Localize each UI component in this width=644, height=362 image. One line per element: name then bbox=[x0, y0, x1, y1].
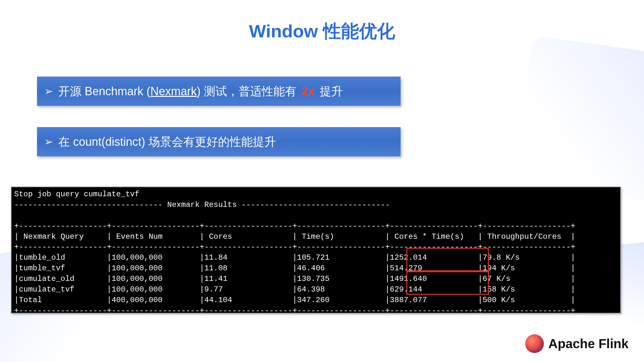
nexmark-link[interactable]: Nexmark bbox=[150, 85, 197, 98]
slide-title: Window 性能优化 bbox=[0, 19, 644, 44]
footer-brand-text: Apache Flink bbox=[548, 337, 629, 351]
bullet-1-2x: 2x bbox=[302, 85, 315, 98]
terminal-panel: Stop job query cumulate_tvf ------------… bbox=[11, 187, 621, 313]
bullet-2-text: 在 count(distinct) 场景会有更好的性能提升 bbox=[58, 135, 276, 149]
bullet-2: ➢ 在 count(distinct) 场景会有更好的性能提升 bbox=[37, 127, 401, 156]
flink-logo-icon bbox=[525, 334, 544, 353]
terminal-stop-line: Stop job query cumulate_tvf bbox=[14, 190, 139, 199]
bullet-1: ➢ 开源 Benchmark (Nexmark) 测试，普适性能有 2x 提升 bbox=[37, 77, 401, 106]
bullet-1-text: 开源 Benchmark (Nexmark) 测试，普适性能有 2x 提升 bbox=[58, 84, 343, 98]
terminal-row-tumble-tvf: |tumble_tvf |100,000,000 |11.08 |46.406 … bbox=[14, 264, 575, 273]
terminal-row-cumulate-tvf: |cumulate_tvf |100,000,000 |9.77 |64.398… bbox=[14, 285, 575, 294]
terminal-hrule: +-------------------+-------------------… bbox=[14, 222, 575, 230]
terminal-output: Stop job query cumulate_tvf ------------… bbox=[12, 187, 620, 313]
footer-brand: Apache Flink bbox=[525, 334, 629, 353]
terminal-results-divider: -------------------------------- Nexmark… bbox=[14, 200, 390, 209]
terminal-hrule: +-------------------+-------------------… bbox=[14, 243, 575, 251]
bullet-1-prefix: 开源 Benchmark ( bbox=[58, 85, 150, 98]
decoration-top-right bbox=[512, 35, 644, 203]
bullet-arrow-icon: ➢ bbox=[44, 135, 53, 148]
terminal-row-total: |Total |400,000,000 |44.104 |347.260 |38… bbox=[14, 296, 575, 304]
slide: Window 性能优化 ➢ 开源 Benchmark (Nexmark) 测试，… bbox=[0, 0, 644, 362]
bullet-1-suffix: 提升 bbox=[317, 85, 343, 98]
terminal-row-tumble-old: |tumble_old |100,000,000 |11.84 |105.721… bbox=[14, 253, 575, 262]
terminal-header-row: | Nexmark Query | Events Num | Cores | T… bbox=[14, 232, 575, 241]
terminal-row-cumulate-old: |cumulate_old |100,000,000 |11.41 |130.7… bbox=[14, 274, 575, 283]
bullet-arrow-icon: ➢ bbox=[44, 85, 53, 98]
bullet-1-mid: ) 测试，普适性能有 bbox=[197, 85, 300, 98]
terminal-hrule: +-------------------+-------------------… bbox=[14, 306, 575, 315]
